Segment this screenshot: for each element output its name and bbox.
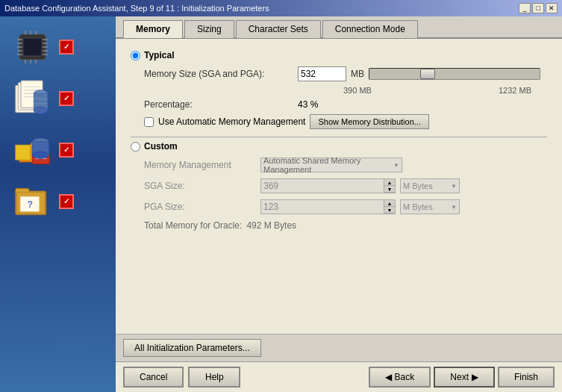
title-text: Database Configuration Assistant, Step 9… (4, 4, 269, 13)
custom-section: Custom Memory Management Automatic Share… (131, 141, 547, 231)
pga-unit-dropdown[interactable]: M Bytes ▼ (400, 199, 460, 214)
mem-mgmt-label: Memory Management (144, 160, 256, 170)
custom-radio-label[interactable]: Custom (131, 141, 547, 152)
back-btn-label: Back (395, 372, 415, 382)
percentage-row: Percentage: 43 % (144, 99, 547, 110)
next-arrow-icon: ▶ (472, 372, 478, 382)
tab-connmode[interactable]: Connection Mode (322, 20, 418, 38)
right-panel: Memory Sizing Character Sets Connection … (116, 16, 562, 392)
memory-slider[interactable] (369, 68, 540, 80)
tab-memory[interactable]: Memory (123, 20, 183, 38)
footer-left: Cancel Help (123, 367, 240, 388)
sga-unit-arrow: ▼ (451, 183, 457, 190)
typical-section: Typical Memory Size (SGA and PGA): MB 39… (131, 50, 547, 129)
auto-memory-row: Use Automatic Memory Management Show Mem… (144, 114, 547, 129)
auto-memory-label: Use Automatic Memory Management (158, 116, 305, 127)
step3-check: ✓ (59, 143, 74, 158)
pga-up-arrow[interactable]: ▲ (384, 200, 395, 207)
title-bar: Database Configuration Assistant, Step 9… (0, 0, 562, 16)
sga-spinners: ▲ ▼ (384, 178, 396, 193)
percentage-value: 43 % (298, 99, 318, 110)
total-memory-value: 492 M Bytes (246, 220, 296, 231)
close-btn[interactable]: ✕ (546, 3, 558, 13)
pga-down-arrow[interactable]: ▼ (384, 207, 395, 214)
custom-label: Custom (144, 141, 178, 152)
slider-max-label: 1232 MB (499, 86, 547, 95)
step4-check: ✓ (59, 194, 74, 209)
show-memory-btn[interactable]: Show Memory Distribution... (310, 114, 429, 129)
step2-check: ✓ (59, 91, 74, 106)
svg-text:?: ? (27, 198, 33, 209)
all-params-btn[interactable]: All Initialization Parameters... (123, 339, 261, 357)
svg-rect-31 (15, 145, 30, 160)
sga-row: SGA Size: ▲ ▼ M Bytes ▼ (144, 178, 547, 193)
folder-icon: ? (10, 181, 54, 222)
tab-charsets[interactable]: Character Sets (236, 20, 321, 38)
pga-row: PGA Size: ▲ ▼ M Bytes ▼ (144, 199, 547, 214)
chip-icon (10, 26, 54, 67)
documents-icon (10, 78, 54, 119)
maximize-btn[interactable]: □ (532, 3, 544, 13)
content-area: Typical Memory Size (SGA and PGA): MB 39… (116, 39, 562, 334)
step1-check: ✓ (59, 40, 74, 55)
shapes-icon (10, 129, 54, 170)
finish-btn[interactable]: Finish (498, 367, 555, 388)
next-btn-label: Next (450, 372, 469, 382)
mem-mgmt-value: Automatic Shared Memory Management (263, 156, 393, 174)
mem-mgmt-row: Memory Management Automatic Shared Memor… (144, 158, 547, 172)
pga-unit-arrow: ▼ (451, 204, 457, 211)
section-divider (131, 137, 547, 137)
sga-down-arrow[interactable]: ▼ (384, 186, 395, 193)
slider-min-label: 390 MB (343, 86, 381, 95)
sga-input-group: ▲ ▼ (260, 178, 396, 193)
mem-mgmt-dropdown[interactable]: Automatic Shared Memory Management ▼ (260, 158, 402, 172)
sga-up-arrow[interactable]: ▲ (384, 179, 395, 186)
tab-bar: Memory Sizing Character Sets Connection … (116, 16, 562, 39)
sga-label: SGA Size: (144, 181, 256, 191)
memory-unit: MB (351, 69, 364, 79)
wizard-step-4: ? ✓ (7, 178, 108, 224)
sga-unit-value: M Bytes (403, 181, 433, 190)
svg-point-27 (34, 107, 47, 113)
memory-size-input[interactable] (298, 66, 346, 81)
back-btn[interactable]: ◀ Back (369, 367, 431, 388)
cancel-btn[interactable]: Cancel (123, 367, 184, 388)
total-memory-row: Total Memory for Oracle: 492 M Bytes (144, 220, 547, 231)
bottom-bar: All Initialization Parameters... (116, 334, 562, 361)
memory-size-label: Memory Size (SGA and PGA): (144, 69, 293, 79)
sga-input[interactable] (260, 178, 384, 193)
percentage-label: Percentage: (144, 99, 293, 110)
tab-sizing[interactable]: Sizing (184, 20, 234, 38)
wizard-step-1: ✓ (7, 24, 108, 69)
svg-rect-1 (23, 38, 42, 56)
total-memory-label: Total Memory for Oracle: (144, 220, 242, 231)
pga-unit-value: M Bytes (403, 202, 433, 211)
typical-radio-label[interactable]: Typical (131, 50, 547, 60)
wizard-step-3: ✓ (7, 127, 108, 172)
wizard-step-2: ✓ (7, 75, 108, 121)
sga-unit-dropdown[interactable]: M Bytes ▼ (400, 178, 460, 193)
pga-spinners: ▲ ▼ (384, 199, 396, 214)
footer-bar: Cancel Help ◀ Back Next ▶ Finish (116, 361, 562, 392)
slider-thumb[interactable] (420, 69, 435, 79)
minimize-btn[interactable]: _ (519, 3, 531, 13)
wizard-panel: ✓ (0, 16, 116, 392)
window-controls: _ □ ✕ (519, 3, 558, 13)
pga-input-group: ▲ ▼ (260, 199, 396, 214)
typical-label: Typical (144, 50, 174, 60)
svg-point-36 (32, 152, 49, 158)
memory-size-row: Memory Size (SGA and PGA): MB (144, 66, 547, 81)
dropdown-arrow: ▼ (393, 162, 399, 169)
auto-memory-checkbox[interactable] (144, 117, 154, 127)
footer-right: ◀ Back Next ▶ Finish (369, 367, 555, 388)
next-btn[interactable]: Next ▶ (434, 367, 495, 388)
pga-input[interactable] (260, 199, 384, 214)
custom-radio[interactable] (131, 142, 140, 152)
back-arrow-icon: ◀ (385, 372, 392, 382)
main-container: ✓ (0, 16, 562, 392)
help-btn[interactable]: Help (188, 367, 240, 388)
typical-radio[interactable] (131, 51, 140, 60)
pga-label: PGA Size: (144, 202, 256, 212)
